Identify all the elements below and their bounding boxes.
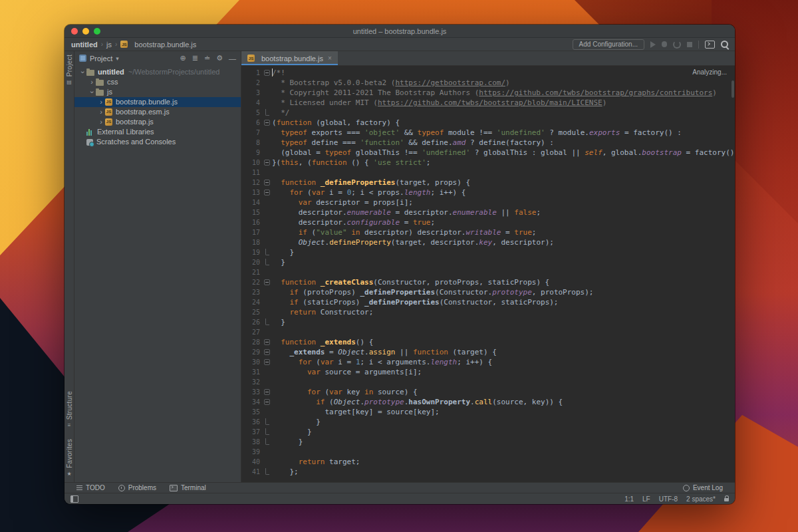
code-line[interactable]: 31 var source = arguments[i]; — [241, 367, 735, 377]
code-line[interactable]: 9 (global = typeof globalThis !== 'undef… — [241, 148, 735, 158]
fold-collapse-icon[interactable] — [263, 397, 272, 407]
line-number[interactable]: 18 — [241, 237, 263, 247]
line-number[interactable]: 6 — [241, 118, 263, 128]
code-line[interactable]: 4 * Licensed under MIT (https://github.c… — [241, 98, 735, 108]
line-number[interactable]: 21 — [241, 267, 263, 277]
line-number[interactable]: 37 — [241, 427, 263, 437]
encoding-widget[interactable]: UTF-8 — [659, 495, 678, 503]
close-tab-icon[interactable]: × — [328, 55, 332, 62]
code-line[interactable]: 11 — [241, 168, 735, 178]
code-line[interactable]: 15 descriptor.enumerable = descriptor.en… — [241, 207, 735, 217]
terminal-tool-button[interactable]: Terminal — [170, 484, 206, 491]
event-log-button[interactable]: Event Log — [683, 484, 723, 491]
breadcrumb-file[interactable]: bootstrap.bundle.js — [134, 41, 196, 49]
code-line[interactable]: 33 for (var key in source) { — [241, 387, 735, 397]
tree-item-untitled[interactable]: ›untitled~/WebstormProjects/untitled — [74, 67, 241, 77]
run-icon[interactable] — [650, 41, 656, 48]
fold-end-icon[interactable] — [263, 108, 272, 118]
line-number[interactable]: 29 — [241, 347, 263, 357]
debug-icon[interactable] — [662, 41, 667, 47]
expand-all-icon[interactable]: ≣ — [192, 54, 198, 63]
editor-scrollbar[interactable] — [732, 80, 734, 98]
tree-item-bootstrap-esm-js[interactable]: ›JSbootstrap.esm.js — [74, 107, 241, 117]
line-number[interactable]: 40 — [241, 457, 263, 467]
indent-widget[interactable]: 2 spaces* — [686, 495, 716, 503]
fold-end-icon[interactable] — [263, 417, 272, 427]
code-line[interactable]: 2 * Bootstrap v5.0.0-beta2 (https://getb… — [241, 78, 735, 88]
line-number[interactable]: 17 — [241, 227, 263, 237]
fold-end-icon[interactable] — [263, 257, 272, 267]
line-number[interactable]: 31 — [241, 367, 263, 377]
tree-item-bootstrap-bundle-js[interactable]: ›JSbootstrap.bundle.js — [74, 97, 241, 107]
line-number[interactable]: 28 — [241, 337, 263, 347]
tree-item-external-libraries[interactable]: External Libraries — [74, 127, 241, 137]
code-line[interactable]: 17 if ("value" in descriptor) descriptor… — [241, 227, 735, 237]
code-line[interactable]: 13 for (var i = 0; i < props.length; i++… — [241, 188, 735, 198]
gear-icon[interactable]: ⚙ — [216, 54, 223, 63]
locate-file-icon[interactable]: ⊕ — [180, 54, 186, 63]
line-number[interactable]: 14 — [241, 198, 263, 207]
line-number[interactable]: 36 — [241, 417, 263, 427]
line-number[interactable]: 27 — [241, 327, 263, 337]
terminal-toolbar-icon[interactable] — [705, 41, 715, 49]
line-number[interactable]: 35 — [241, 407, 263, 417]
code-line[interactable]: 12 function _defineProperties(target, pr… — [241, 178, 735, 188]
line-number[interactable]: 8 — [241, 138, 263, 148]
line-number[interactable]: 19 — [241, 247, 263, 257]
line-number[interactable]: 12 — [241, 178, 263, 188]
fullscreen-window-button[interactable] — [94, 28, 100, 35]
tree-item-css[interactable]: ›css — [74, 77, 241, 87]
line-number[interactable]: 1 — [241, 68, 263, 78]
tool-stripe-favorites[interactable]: Favorites ★ — [66, 439, 73, 477]
line-number[interactable]: 24 — [241, 297, 263, 307]
line-number[interactable]: 23 — [241, 287, 263, 297]
code-line[interactable]: 24 if (staticProps) _defineProperties(Co… — [241, 297, 735, 307]
code-line[interactable]: 23 if (protoProps) _defineProperties(Con… — [241, 287, 735, 297]
chevron-right-icon[interactable]: › — [97, 118, 105, 126]
line-number[interactable]: 38 — [241, 437, 263, 447]
fold-end-icon[interactable] — [263, 467, 272, 477]
code-line[interactable]: 16 descriptor.configurable = true; — [241, 217, 735, 227]
line-number[interactable]: 16 — [241, 217, 263, 227]
fold-end-icon[interactable] — [263, 427, 272, 437]
problems-tool-button[interactable]: Problems — [118, 484, 156, 491]
fold-collapse-icon[interactable] — [263, 387, 272, 397]
todo-tool-button[interactable]: TODO — [76, 484, 105, 491]
code-line[interactable]: 39 — [241, 447, 735, 457]
code-line[interactable]: 25 return Constructor; — [241, 307, 735, 317]
chevron-down-icon[interactable]: ▾ — [116, 55, 119, 62]
fold-collapse-icon[interactable] — [263, 118, 272, 128]
code-line[interactable]: 8 typeof define === 'function' && define… — [241, 138, 735, 148]
line-number[interactable]: 4 — [241, 98, 263, 108]
line-number[interactable]: 11 — [241, 168, 263, 178]
line-number[interactable]: 30 — [241, 357, 263, 367]
code-line[interactable]: 35 target[key] = source[key]; — [241, 407, 735, 417]
code-line[interactable]: 38 } — [241, 437, 735, 447]
line-number[interactable]: 25 — [241, 307, 263, 317]
fold-end-icon[interactable] — [263, 317, 272, 327]
fold-end-icon[interactable] — [263, 437, 272, 447]
fold-collapse-icon[interactable] — [263, 188, 272, 198]
line-number[interactable]: 26 — [241, 317, 263, 327]
tool-stripe-structure[interactable]: Structure ≡ — [66, 391, 73, 428]
code-line[interactable]: 26 } — [241, 317, 735, 327]
stop-icon[interactable] — [687, 42, 692, 47]
line-number[interactable]: 10 — [241, 158, 263, 168]
code-line[interactable]: 5 */ — [241, 108, 735, 118]
code-line[interactable]: 40 return target; — [241, 457, 735, 467]
fold-collapse-icon[interactable] — [263, 347, 272, 357]
chevron-right-icon[interactable]: › — [97, 98, 105, 106]
code-line[interactable]: 29 _extends = Object.assign || function … — [241, 347, 735, 357]
line-number[interactable]: 15 — [241, 207, 263, 217]
fold-collapse-icon[interactable] — [263, 337, 272, 347]
hide-panel-icon[interactable]: — — [229, 55, 236, 63]
line-number[interactable]: 32 — [241, 377, 263, 387]
line-number[interactable]: 39 — [241, 447, 263, 457]
chevron-down-icon[interactable]: › — [79, 68, 86, 76]
chevron-down-icon[interactable]: › — [88, 88, 96, 96]
breadcrumb-project[interactable]: untitled — [71, 41, 98, 49]
code-line[interactable]: 10}(this, (function () { 'use strict'; — [241, 158, 735, 168]
minimize-window-button[interactable] — [82, 28, 89, 35]
line-number[interactable]: 34 — [241, 397, 263, 407]
line-number[interactable]: 13 — [241, 188, 263, 198]
